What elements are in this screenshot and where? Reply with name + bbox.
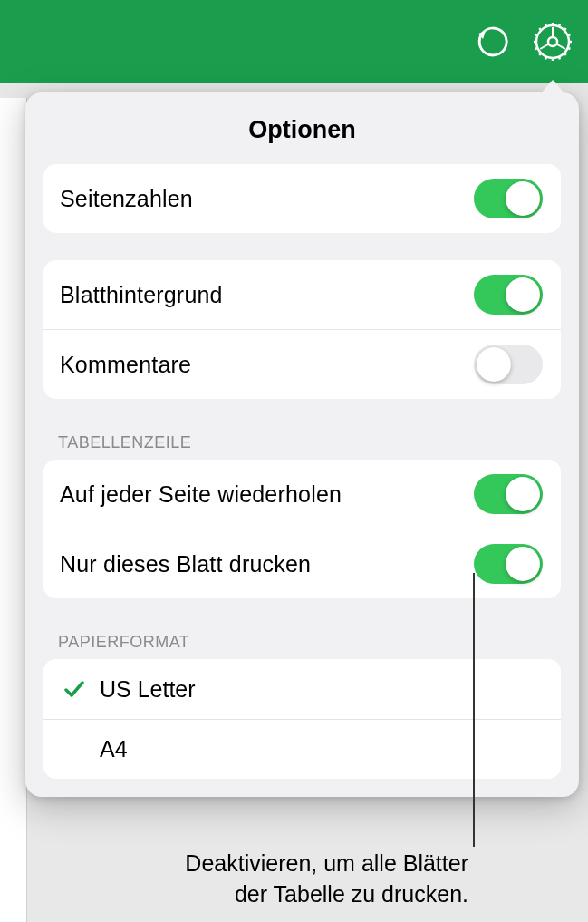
toggle-print-this-sheet-only[interactable] [474,544,543,584]
svg-point-3 [548,37,557,46]
callout-line2: der Tabelle zu drucken. [185,879,468,910]
label-page-numbers: Seitenzahlen [60,186,193,212]
popover-title: Optionen [25,92,579,164]
group-general: Seitenzahlen [43,164,561,233]
callout-text: Deaktivieren, um alle Blätter der Tabell… [185,849,468,910]
row-print-this-sheet-only: Nur dieses Blatt drucken [43,529,561,598]
svg-line-18 [535,48,538,49]
checkmark-icon [62,676,87,702]
settings-gear-icon [532,21,574,63]
label-sheet-background: Blatthintergrund [60,282,223,308]
sheet-edge-left [0,98,27,922]
row-comments: Kommentare [43,329,561,399]
row-sheet-background: Blatthintergrund [43,260,561,329]
row-page-numbers: Seitenzahlen [43,164,561,233]
svg-line-10 [539,53,541,55]
group-background-comments: Blatthintergrund Kommentare [43,260,561,399]
toggle-page-numbers[interactable] [474,179,543,218]
group-paperformat: US Letter A4 [43,659,561,779]
callout-leader-line [473,573,475,847]
undo-icon [475,24,511,60]
svg-line-15 [559,57,560,60]
section-header-paperformat: Papierformat [25,598,579,659]
svg-line-21 [556,44,565,50]
label-print-this-sheet-only: Nur dieses Blatt drucken [60,551,311,577]
toggle-repeat-each-page[interactable] [474,474,543,514]
svg-line-17 [568,34,571,35]
toggle-sheet-background[interactable] [474,275,543,315]
toggle-comments[interactable] [474,345,543,384]
label-comments: Kommentare [60,352,191,378]
group-tablerow: Auf jeder Seite wiederholen Nur dieses B… [43,460,561,598]
svg-line-11 [564,53,566,55]
svg-line-8 [539,28,541,30]
section-header-tablerow: Tabellenzeile [25,399,579,460]
label-paper-a4: A4 [92,736,128,762]
svg-line-13 [559,24,560,27]
options-popover: Optionen Seitenzahlen Blatthintergrund K… [25,92,579,797]
row-paper-us-letter[interactable]: US Letter [43,659,561,719]
svg-line-9 [564,28,566,30]
svg-line-16 [535,34,538,35]
popover-arrow [540,80,565,94]
svg-line-14 [545,57,546,60]
svg-line-12 [545,24,546,27]
svg-line-22 [540,44,549,50]
top-toolbar [0,0,588,83]
label-repeat-each-page: Auf jeder Seite wiederholen [60,481,342,508]
label-paper-us-letter: US Letter [92,676,196,703]
callout-line1: Deaktivieren, um alle Blätter [185,849,468,879]
undo-button[interactable] [470,19,516,64]
settings-button[interactable] [530,19,575,64]
row-paper-a4[interactable]: A4 [43,719,561,779]
checkmark-slot [56,676,92,702]
svg-line-19 [568,48,571,49]
row-repeat-each-page: Auf jeder Seite wiederholen [43,460,561,529]
